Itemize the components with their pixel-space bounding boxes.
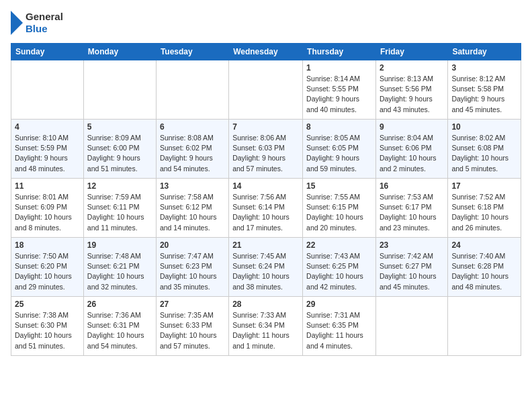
day-cell: 22Sunrise: 7:43 AMSunset: 6:25 PMDayligh… — [303, 238, 376, 297]
header-row: SundayMondayTuesdayWednesdayThursdayFrid… — [11, 44, 521, 60]
day-header-wednesday: Wednesday — [229, 44, 303, 60]
week-row-2: 4Sunrise: 8:10 AMSunset: 5:59 PMDaylight… — [11, 120, 521, 179]
day-cell: 3Sunrise: 8:12 AMSunset: 5:58 PMDaylight… — [448, 60, 521, 120]
day-number: 10 — [451, 122, 517, 132]
day-number: 17 — [451, 181, 517, 191]
day-cell: 29Sunrise: 7:31 AMSunset: 6:35 PMDayligh… — [303, 297, 376, 356]
day-info: Sunrise: 8:10 AMSunset: 5:59 PMDaylight:… — [15, 133, 80, 174]
day-info: Sunrise: 7:48 AMSunset: 6:21 PMDaylight:… — [87, 251, 152, 292]
day-number: 1 — [306, 63, 372, 73]
day-cell: 20Sunrise: 7:47 AMSunset: 6:23 PMDayligh… — [156, 238, 228, 297]
day-info: Sunrise: 7:31 AMSunset: 6:35 PMDaylight:… — [306, 310, 372, 351]
day-cell: 23Sunrise: 7:42 AMSunset: 6:27 PMDayligh… — [375, 238, 447, 297]
day-number: 27 — [160, 300, 225, 309]
day-number: 16 — [380, 181, 444, 191]
day-cell: 10Sunrise: 8:02 AMSunset: 6:08 PMDayligh… — [448, 120, 521, 179]
day-info: Sunrise: 8:14 AMSunset: 5:55 PMDaylight:… — [306, 74, 372, 115]
day-cell: 2Sunrise: 8:13 AMSunset: 5:56 PMDaylight… — [375, 60, 447, 120]
day-info: Sunrise: 8:09 AMSunset: 6:00 PMDaylight:… — [87, 133, 152, 174]
day-number: 14 — [232, 181, 299, 191]
day-cell: 17Sunrise: 7:52 AMSunset: 6:18 PMDayligh… — [448, 179, 521, 238]
day-cell: 1Sunrise: 8:14 AMSunset: 5:55 PMDaylight… — [303, 60, 376, 120]
day-cell — [156, 60, 228, 120]
day-cell: 14Sunrise: 7:56 AMSunset: 6:14 PMDayligh… — [229, 179, 303, 238]
day-info: Sunrise: 7:58 AMSunset: 6:12 PMDaylight:… — [160, 192, 225, 233]
day-cell: 13Sunrise: 7:58 AMSunset: 6:12 PMDayligh… — [156, 179, 228, 238]
day-header-saturday: Saturday — [448, 44, 521, 60]
day-cell: 27Sunrise: 7:35 AMSunset: 6:33 PMDayligh… — [156, 297, 228, 356]
day-number: 28 — [232, 300, 299, 309]
week-row-4: 18Sunrise: 7:50 AMSunset: 6:20 PMDayligh… — [11, 238, 521, 297]
day-info: Sunrise: 8:04 AMSunset: 6:06 PMDaylight:… — [380, 133, 444, 174]
day-number: 6 — [160, 122, 225, 132]
day-cell: 16Sunrise: 7:53 AMSunset: 6:17 PMDayligh… — [375, 179, 447, 238]
day-cell: 4Sunrise: 8:10 AMSunset: 5:59 PMDaylight… — [11, 120, 84, 179]
day-cell — [11, 60, 84, 120]
day-number: 5 — [87, 122, 152, 132]
day-cell: 19Sunrise: 7:48 AMSunset: 6:21 PMDayligh… — [83, 238, 156, 297]
day-number: 22 — [306, 240, 372, 250]
page-header: General Blue — [11, 11, 521, 35]
day-cell: 12Sunrise: 7:59 AMSunset: 6:11 PMDayligh… — [83, 179, 156, 238]
day-number: 15 — [306, 181, 372, 191]
day-cell: 25Sunrise: 7:38 AMSunset: 6:30 PMDayligh… — [11, 297, 84, 356]
day-cell: 28Sunrise: 7:33 AMSunset: 6:34 PMDayligh… — [229, 297, 303, 356]
day-cell: 9Sunrise: 8:04 AMSunset: 6:06 PMDaylight… — [375, 120, 447, 179]
day-cell: 7Sunrise: 8:06 AMSunset: 6:03 PMDaylight… — [229, 120, 303, 179]
day-number: 24 — [451, 240, 517, 250]
day-number: 7 — [232, 122, 299, 132]
day-header-monday: Monday — [83, 44, 156, 60]
day-info: Sunrise: 8:02 AMSunset: 6:08 PMDaylight:… — [451, 133, 517, 174]
day-header-tuesday: Tuesday — [156, 44, 228, 60]
day-cell — [448, 297, 521, 356]
day-info: Sunrise: 7:55 AMSunset: 6:15 PMDaylight:… — [306, 192, 372, 233]
day-cell — [229, 60, 303, 120]
logo-blue: Blue — [26, 23, 63, 35]
day-info: Sunrise: 7:36 AMSunset: 6:31 PMDaylight:… — [87, 310, 152, 351]
logo: General Blue — [11, 11, 63, 35]
week-row-5: 25Sunrise: 7:38 AMSunset: 6:30 PMDayligh… — [11, 297, 521, 356]
day-info: Sunrise: 7:56 AMSunset: 6:14 PMDaylight:… — [232, 192, 299, 233]
day-info: Sunrise: 8:08 AMSunset: 6:02 PMDaylight:… — [160, 133, 225, 174]
day-info: Sunrise: 7:47 AMSunset: 6:23 PMDaylight:… — [160, 251, 225, 292]
day-number: 26 — [87, 300, 152, 309]
day-cell: 18Sunrise: 7:50 AMSunset: 6:20 PMDayligh… — [11, 238, 84, 297]
day-header-friday: Friday — [375, 44, 447, 60]
day-info: Sunrise: 7:42 AMSunset: 6:27 PMDaylight:… — [380, 251, 444, 292]
day-info: Sunrise: 7:35 AMSunset: 6:33 PMDaylight:… — [160, 310, 225, 351]
day-info: Sunrise: 7:59 AMSunset: 6:11 PMDaylight:… — [87, 192, 152, 233]
day-header-thursday: Thursday — [303, 44, 376, 60]
day-info: Sunrise: 7:38 AMSunset: 6:30 PMDaylight:… — [15, 310, 80, 351]
day-info: Sunrise: 8:13 AMSunset: 5:56 PMDaylight:… — [380, 74, 444, 115]
day-info: Sunrise: 7:50 AMSunset: 6:20 PMDaylight:… — [15, 251, 80, 292]
day-number: 19 — [87, 240, 152, 250]
day-number: 9 — [380, 122, 444, 132]
day-number: 12 — [87, 181, 152, 191]
logo-triangle-icon — [11, 11, 23, 35]
day-info: Sunrise: 8:12 AMSunset: 5:58 PMDaylight:… — [451, 74, 517, 115]
day-cell: 24Sunrise: 7:40 AMSunset: 6:28 PMDayligh… — [448, 238, 521, 297]
day-info: Sunrise: 8:06 AMSunset: 6:03 PMDaylight:… — [232, 133, 299, 174]
day-number: 11 — [15, 181, 80, 191]
day-number: 3 — [451, 63, 517, 73]
day-number: 25 — [15, 300, 80, 309]
day-cell: 8Sunrise: 8:05 AMSunset: 6:05 PMDaylight… — [303, 120, 376, 179]
day-cell: 5Sunrise: 8:09 AMSunset: 6:00 PMDaylight… — [83, 120, 156, 179]
logo-general: General — [26, 11, 63, 23]
day-info: Sunrise: 7:52 AMSunset: 6:18 PMDaylight:… — [451, 192, 517, 233]
day-number: 2 — [380, 63, 444, 73]
day-cell: 21Sunrise: 7:45 AMSunset: 6:24 PMDayligh… — [229, 238, 303, 297]
day-cell: 26Sunrise: 7:36 AMSunset: 6:31 PMDayligh… — [83, 297, 156, 356]
day-info: Sunrise: 7:53 AMSunset: 6:17 PMDaylight:… — [380, 192, 444, 233]
calendar-table: SundayMondayTuesdayWednesdayThursdayFrid… — [11, 43, 521, 356]
day-number: 23 — [380, 240, 444, 250]
day-number: 29 — [306, 300, 372, 309]
day-number: 21 — [232, 240, 299, 250]
calendar-body: 1Sunrise: 8:14 AMSunset: 5:55 PMDaylight… — [11, 60, 521, 356]
day-header-sunday: Sunday — [11, 44, 84, 60]
svg-marker-0 — [11, 11, 23, 35]
day-number: 13 — [160, 181, 225, 191]
day-cell: 15Sunrise: 7:55 AMSunset: 6:15 PMDayligh… — [303, 179, 376, 238]
day-number: 8 — [306, 122, 372, 132]
day-number: 18 — [15, 240, 80, 250]
